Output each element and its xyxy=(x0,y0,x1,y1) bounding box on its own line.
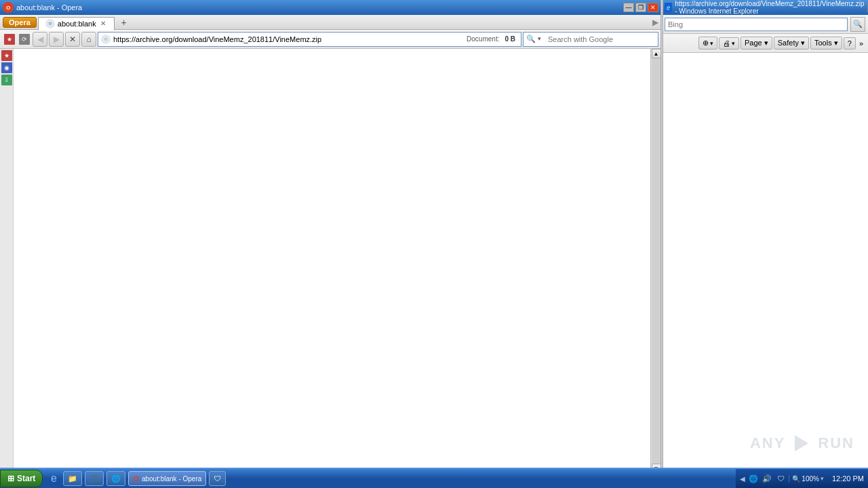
print-icon: 🖨 xyxy=(723,39,730,47)
minimize-button[interactable]: — xyxy=(623,3,634,12)
svg-marker-0 xyxy=(795,435,808,451)
new-tab-button[interactable]: + xyxy=(117,16,131,28)
opera-menu-button[interactable]: Opera xyxy=(3,17,37,28)
search-dropdown-arrow[interactable]: ▾ xyxy=(538,35,546,43)
restore-button[interactable]: ❐ xyxy=(635,3,646,12)
pane-divider[interactable] xyxy=(660,0,663,468)
safety-button[interactable]: Safety ▾ xyxy=(774,37,809,49)
opera-title-bar: O about:blank - Opera — ❐ ✕ xyxy=(0,0,661,15)
tab-scroll-right[interactable]: ▶ xyxy=(652,18,658,27)
opera-logo-icon: O xyxy=(3,2,14,13)
page-button[interactable]: Page ▾ xyxy=(741,37,772,49)
back-button[interactable]: ◀ xyxy=(33,32,47,47)
tray-volume-icon[interactable]: 🔊 xyxy=(762,473,772,484)
scroll-track[interactable] xyxy=(652,58,661,464)
feeds-dropdown[interactable]: ▾ xyxy=(710,40,713,47)
taskbar-app1-icon: 🎵 xyxy=(90,474,99,483)
zoom-level: 100% xyxy=(802,475,819,483)
help-button[interactable]: ? xyxy=(844,37,856,49)
taskbar-app3[interactable]: O about:blank - Opera xyxy=(128,471,206,486)
address-input[interactable] xyxy=(113,35,461,43)
taskbar-app2-icon: 🌐 xyxy=(111,474,121,483)
print-dropdown[interactable]: ▾ xyxy=(732,40,735,47)
taskbar-explorer[interactable]: 📁 xyxy=(63,471,82,486)
active-tab[interactable]: ○ about:blank ✕ xyxy=(38,17,115,30)
tools-button[interactable]: Tools ▾ xyxy=(810,37,842,49)
ie-panel: e https://archive.org/download/VineMemz_… xyxy=(661,0,868,488)
page-icon: ○ xyxy=(101,35,111,44)
anyrun-play-icon xyxy=(791,432,812,454)
address-bar[interactable]: ○ Document: 0 B xyxy=(98,32,521,47)
scroll-up-arrow[interactable]: ▲ xyxy=(652,49,661,58)
bookmarks-icon[interactable]: ★ xyxy=(4,34,15,45)
taskbar-opera-icon: O xyxy=(133,474,139,483)
anyrun-text: ANY xyxy=(750,434,785,452)
taskbar-ie-icon[interactable]: e xyxy=(45,470,62,487)
page-content xyxy=(14,49,650,473)
close-button[interactable]: ✕ xyxy=(648,3,658,12)
start-label: Start xyxy=(17,474,35,483)
vertical-scrollbar[interactable]: ▲ ▼ xyxy=(650,49,661,473)
toolbar-overflow-button[interactable]: » xyxy=(857,39,865,47)
ie-taskbar-icon: e xyxy=(51,472,57,485)
anyrun-text2: RUN xyxy=(818,434,854,452)
opera-title-text: about:blank - Opera xyxy=(16,3,82,12)
taskbar-app1[interactable]: 🎵 xyxy=(85,471,104,486)
home-button[interactable]: ⌂ xyxy=(81,32,96,47)
feeds-icon: ⊕ xyxy=(703,39,709,47)
ie-title-text: https://archive.org/download/VineMemz_20… xyxy=(675,0,867,15)
search-bar[interactable]: 🔍 ▾ xyxy=(523,32,658,47)
ie-title-left: e https://archive.org/download/VineMemz_… xyxy=(665,0,867,15)
search-icon: 🔍 xyxy=(526,35,536,43)
system-tray: ◀ 🌐 🔊 🛡 🔍 100% ▾ 12:20 PM xyxy=(736,469,868,488)
tray-shield-icon[interactable]: 🛡 xyxy=(775,473,786,484)
panel-icon-2[interactable]: ◉ xyxy=(1,62,12,73)
feeds-button[interactable]: ⊕ ▾ xyxy=(698,37,717,49)
ie-title-bar: e https://archive.org/download/VineMemz_… xyxy=(662,0,868,15)
anyrun-watermark: ANY RUN xyxy=(750,432,854,454)
zoom-dropdown-arrow[interactable]: ▾ xyxy=(821,475,824,482)
print-button[interactable]: 🖨 ▾ xyxy=(719,37,739,49)
tray-network-icon[interactable]: 🌐 xyxy=(748,473,759,484)
zoom-control[interactable]: 🔍 100% ▾ xyxy=(789,475,827,483)
taskbar-security[interactable]: 🛡 xyxy=(209,471,226,486)
stop-button[interactable]: ✕ xyxy=(65,32,80,47)
opera-window: O about:blank - Opera — ❐ ✕ Opera ○ abou… xyxy=(0,0,661,488)
tray-expand-arrow[interactable]: ◀ xyxy=(740,475,745,483)
bing-search-input[interactable] xyxy=(665,18,848,31)
taskbar-app2[interactable]: 🌐 xyxy=(106,471,125,486)
search-input[interactable] xyxy=(548,35,655,43)
start-icon: ⊞ xyxy=(7,474,14,483)
zoom-icon: 🔍 xyxy=(792,475,800,483)
window-controls: — ❐ ✕ xyxy=(623,3,658,12)
tab-favicon: ○ xyxy=(45,19,55,28)
ie-search-bar: 🔍 xyxy=(662,15,868,34)
ie-content-area xyxy=(662,53,868,488)
nav-bar: ★ ⟳ ◀ ▶ ✕ ⌂ ○ Document: 0 B 🔍 ▾ xyxy=(0,30,661,49)
taskbar: ⊞ Start e 📁 🎵 🌐 O about:blank - Opera 🛡 … xyxy=(0,468,868,488)
panel-icon-1[interactable]: ★ xyxy=(1,50,12,61)
tab-close-button[interactable]: ✕ xyxy=(99,20,107,28)
document-size: 0 B xyxy=(505,35,518,43)
tab-label: about:blank xyxy=(58,20,96,28)
bing-search-button[interactable]: 🔍 xyxy=(850,17,865,32)
panel-icon-3[interactable]: ⇩ xyxy=(1,75,12,85)
history-icon[interactable]: ⟳ xyxy=(19,34,30,45)
content-wrapper: ★ ◉ ⇩ ▲ ▼ xyxy=(0,49,661,473)
ie-logo-icon: e xyxy=(665,3,672,12)
browser-sidebar: ★ ⟳ xyxy=(3,33,31,46)
taskbar-folder-icon: 📁 xyxy=(68,474,77,483)
menu-bar: Opera ○ about:blank ✕ + ▶ xyxy=(0,15,661,30)
left-panel: ★ ◉ ⇩ xyxy=(0,49,14,473)
title-bar-left: O about:blank - Opera xyxy=(3,2,82,13)
ie-toolbar: ⊕ ▾ 🖨 ▾ Page ▾ Safety ▾ Tools ▾ ? » xyxy=(662,34,868,53)
taskbar-opera-label: about:blank - Opera xyxy=(142,475,201,483)
taskbar-security-icon: 🛡 xyxy=(214,474,221,483)
document-label: Document: xyxy=(464,35,502,43)
start-button[interactable]: ⊞ Start xyxy=(0,470,43,487)
system-clock: 12:20 PM xyxy=(829,474,864,483)
forward-button[interactable]: ▶ xyxy=(49,32,64,47)
